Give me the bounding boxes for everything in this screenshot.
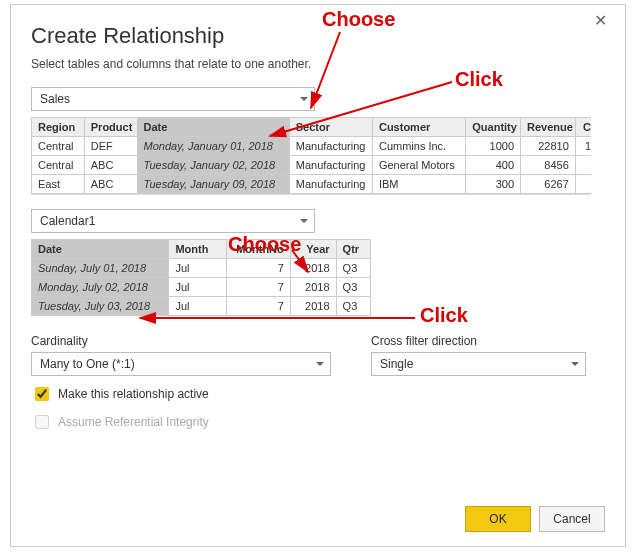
cell[interactable]: Tuesday, January 02, 2018 — [137, 156, 289, 175]
table2-dropdown[interactable]: Calendar1 — [31, 209, 315, 233]
cell[interactable]: Jul — [169, 259, 226, 278]
referential-checkbox[interactable] — [35, 415, 49, 429]
table-row[interactable]: CentralDEFMonday, January 01, 2018Manufa… — [32, 137, 592, 156]
table1-dropdown-value: Sales — [40, 88, 70, 110]
active-checkbox[interactable] — [35, 387, 49, 401]
ok-button[interactable]: OK — [465, 506, 531, 532]
cell[interactable]: Jul — [169, 297, 226, 316]
active-check-row: Make this relationship active — [31, 384, 605, 404]
table2-col-monthno[interactable]: MonthNo — [226, 240, 290, 259]
crossfilter-value: Single — [380, 353, 413, 375]
cell[interactable]: Q3 — [336, 278, 370, 297]
crossfilter-label: Cross filter direction — [371, 334, 586, 348]
cell[interactable]: Tuesday, January 09, 2018 — [137, 175, 289, 194]
table2-col-year[interactable]: Year — [290, 240, 336, 259]
table1-col-quantity[interactable]: Quantity — [466, 118, 521, 137]
table1-col-date[interactable]: Date — [137, 118, 289, 137]
cell[interactable]: Manufacturing — [289, 137, 372, 156]
cell[interactable]: 2541 — [575, 175, 591, 194]
table2-col-qtr[interactable]: Qtr — [336, 240, 370, 259]
table1-col-cogs[interactable]: COGS — [575, 118, 591, 137]
cell[interactable]: Central — [32, 137, 85, 156]
cell[interactable]: IBM — [372, 175, 465, 194]
chevron-down-icon — [571, 362, 579, 366]
cell[interactable]: ABC — [84, 175, 137, 194]
cell[interactable]: 1000 — [466, 137, 521, 156]
cell[interactable]: Q3 — [336, 259, 370, 278]
cell[interactable]: ABC — [84, 156, 137, 175]
cell[interactable]: Cummins Inc. — [372, 137, 465, 156]
cell[interactable]: East — [32, 175, 85, 194]
table1-col-product[interactable]: Product — [84, 118, 137, 137]
cell[interactable]: 7 — [226, 259, 290, 278]
referential-check-row: Assume Referential Integrity — [31, 412, 605, 432]
cardinality-dropdown[interactable]: Many to One (*:1) — [31, 352, 331, 376]
table2: DateMonthMonthNoYearQtr Sunday, July 01,… — [31, 239, 371, 316]
cell[interactable]: 6267 — [521, 175, 576, 194]
dialog-buttons: OK Cancel — [465, 506, 605, 532]
table1-col-revenue[interactable]: Revenue — [521, 118, 576, 137]
chevron-down-icon — [300, 219, 308, 223]
cell[interactable]: 7 — [226, 297, 290, 316]
table-row[interactable]: Monday, July 02, 2018Jul72018Q3 — [32, 278, 371, 297]
table-row[interactable]: Sunday, July 01, 2018Jul72018Q3 — [32, 259, 371, 278]
cell[interactable]: 7 — [226, 278, 290, 297]
cell[interactable]: 2018 — [290, 278, 336, 297]
cell[interactable]: 10220 — [575, 137, 591, 156]
table1-col-region[interactable]: Region — [32, 118, 85, 137]
table-row[interactable]: EastABCTuesday, January 09, 2018Manufact… — [32, 175, 592, 194]
cell[interactable]: 3388 — [575, 156, 591, 175]
table1-header-row: RegionProductDateSectorCustomerQuantityR… — [32, 118, 592, 137]
cardinality-value: Many to One (*:1) — [40, 353, 135, 375]
cancel-button[interactable]: Cancel — [539, 506, 605, 532]
table1-col-sector[interactable]: Sector — [289, 118, 372, 137]
cell[interactable]: 2018 — [290, 259, 336, 278]
table2-header-row: DateMonthMonthNoYearQtr — [32, 240, 371, 259]
table1-scroll[interactable]: RegionProductDateSectorCustomerQuantityR… — [31, 117, 591, 195]
create-relationship-dialog: ✕ Create Relationship Select tables and … — [10, 4, 626, 547]
dialog-subtitle: Select tables and columns that relate to… — [31, 57, 605, 71]
cell[interactable]: 22810 — [521, 137, 576, 156]
cell[interactable]: Sunday, July 01, 2018 — [32, 259, 169, 278]
cell[interactable]: Manufacturing — [289, 156, 372, 175]
referential-check-label: Assume Referential Integrity — [58, 415, 209, 429]
cell[interactable]: 300 — [466, 175, 521, 194]
cell[interactable]: 2018 — [290, 297, 336, 316]
cell[interactable]: DEF — [84, 137, 137, 156]
cardinality-label: Cardinality — [31, 334, 331, 348]
cell[interactable]: Central — [32, 156, 85, 175]
active-check-label: Make this relationship active — [58, 387, 209, 401]
cell[interactable]: Jul — [169, 278, 226, 297]
cell[interactable]: Manufacturing — [289, 175, 372, 194]
cell[interactable]: Monday, July 02, 2018 — [32, 278, 169, 297]
crossfilter-dropdown[interactable]: Single — [371, 352, 586, 376]
table1: RegionProductDateSectorCustomerQuantityR… — [31, 117, 591, 194]
table2-col-month[interactable]: Month — [169, 240, 226, 259]
table-row[interactable]: CentralABCTuesday, January 02, 2018Manuf… — [32, 156, 592, 175]
cell[interactable]: 400 — [466, 156, 521, 175]
close-icon[interactable]: ✕ — [594, 11, 607, 30]
cell[interactable]: General Motors — [372, 156, 465, 175]
chevron-down-icon — [300, 97, 308, 101]
table2-col-date[interactable]: Date — [32, 240, 169, 259]
cell[interactable]: Q3 — [336, 297, 370, 316]
table1-col-customer[interactable]: Customer — [372, 118, 465, 137]
cell[interactable]: Monday, January 01, 2018 — [137, 137, 289, 156]
table2-dropdown-value: Calendar1 — [40, 210, 95, 232]
cell[interactable]: Tuesday, July 03, 2018 — [32, 297, 169, 316]
cell[interactable]: 8456 — [521, 156, 576, 175]
chevron-down-icon — [316, 362, 324, 366]
options-row: Cardinality Many to One (*:1) Cross filt… — [31, 334, 605, 376]
table-row[interactable]: Tuesday, July 03, 2018Jul72018Q3 — [32, 297, 371, 316]
table1-dropdown[interactable]: Sales — [31, 87, 315, 111]
dialog-title: Create Relationship — [31, 23, 605, 49]
